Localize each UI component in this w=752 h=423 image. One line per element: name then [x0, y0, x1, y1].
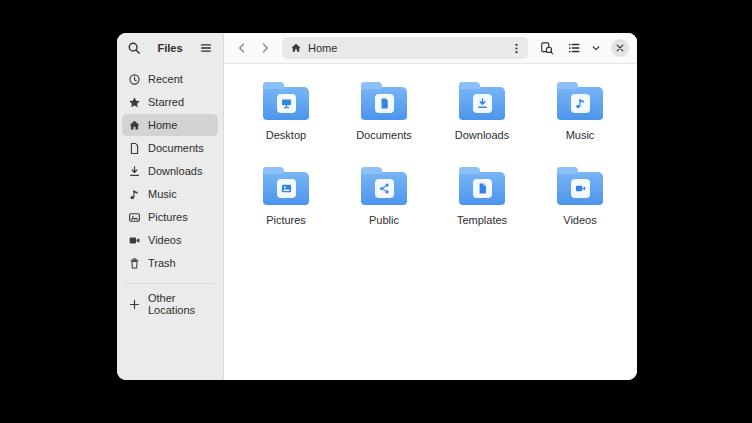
sidebar-list: Recent Starred Home Documents Downloads … [117, 63, 223, 380]
folder-icon [459, 172, 505, 205]
download-icon [128, 165, 141, 178]
chevron-down-icon [591, 43, 601, 53]
close-icon [615, 43, 625, 53]
folder-icon [361, 87, 407, 120]
folder-item-public[interactable]: Public [335, 164, 433, 248]
view-toggle-button[interactable] [562, 37, 586, 59]
back-icon [235, 41, 249, 55]
sidebar-item-videos[interactable]: Videos [122, 229, 218, 251]
back-button[interactable] [232, 38, 252, 58]
folder-name: Music [566, 129, 595, 141]
search-button[interactable] [535, 37, 559, 59]
search-icon[interactable] [126, 41, 141, 56]
sidebar-item-other-locations[interactable]: Other Locations [122, 293, 218, 315]
sidebar-item-label: Documents [148, 142, 204, 154]
main-pane: Home [224, 33, 637, 380]
sidebar-item-documents[interactable]: Documents [122, 137, 218, 159]
sidebar-item-label: Other Locations [148, 292, 212, 316]
folder-icon [361, 172, 407, 205]
folder-name: Public [369, 214, 399, 226]
home-icon [290, 42, 302, 54]
desktop-background: { "window": { "title": "Files" }, "sideb… [0, 0, 752, 423]
sidebar-item-label: Home [148, 119, 177, 131]
folder-icon [263, 87, 309, 120]
folder-item-pictures[interactable]: Pictures [237, 164, 335, 248]
music-emblem-icon [571, 94, 590, 113]
window-close-button[interactable] [611, 39, 629, 57]
folder-item-music[interactable]: Music [531, 79, 629, 163]
sidebar-item-trash[interactable]: Trash [122, 252, 218, 274]
sidebar: Files Recent Starred Home Documents [117, 33, 224, 380]
folder-name: Pictures [266, 214, 306, 226]
music-note-icon [128, 188, 141, 201]
folder-icon [557, 87, 603, 120]
folder-name: Templates [457, 214, 507, 226]
sidebar-item-home[interactable]: Home [122, 114, 218, 136]
sidebar-item-starred[interactable]: Starred [122, 91, 218, 113]
download-emblem-icon [473, 94, 492, 113]
sidebar-item-label: Trash [148, 257, 176, 269]
path-bar[interactable]: Home [282, 37, 528, 59]
app-title: Files [157, 42, 182, 54]
sidebar-header: Files [117, 33, 223, 63]
sidebar-item-downloads[interactable]: Downloads [122, 160, 218, 182]
sidebar-item-label: Music [148, 188, 177, 200]
folder-name: Downloads [455, 129, 509, 141]
document-emblem-icon [375, 94, 394, 113]
folder-icon [557, 172, 603, 205]
folder-name: Videos [563, 214, 596, 226]
folder-name: Documents [356, 129, 412, 141]
headerbar: Home [224, 33, 637, 64]
search-icon [540, 41, 554, 55]
current-location: Home [308, 42, 502, 54]
folder-item-downloads[interactable]: Downloads [433, 79, 531, 163]
folder-name: Desktop [266, 129, 306, 141]
video-icon [128, 234, 141, 247]
picture-icon [128, 211, 141, 224]
sidebar-item-label: Pictures [148, 211, 188, 223]
folder-icon [263, 172, 309, 205]
path-menu-button[interactable] [508, 38, 524, 58]
share-emblem-icon [375, 179, 394, 198]
document-icon [128, 142, 141, 155]
trash-icon [128, 257, 141, 270]
folder-item-documents[interactable]: Documents [335, 79, 433, 163]
video-emblem-icon [571, 179, 590, 198]
plus-icon [128, 298, 141, 311]
sidebar-item-label: Recent [148, 73, 183, 85]
file-browser-area: Desktop Documents [224, 64, 637, 380]
home-icon [128, 119, 141, 132]
forward-icon [258, 41, 272, 55]
folder-item-videos[interactable]: Videos [531, 164, 629, 248]
list-view-icon [567, 41, 581, 55]
sidebar-item-label: Starred [148, 96, 184, 108]
kebab-menu-icon [510, 42, 523, 55]
hamburger-menu-icon[interactable] [199, 41, 214, 56]
sidebar-item-label: Videos [148, 234, 181, 246]
clock-icon [128, 73, 141, 86]
star-icon [128, 96, 141, 109]
folder-item-templates[interactable]: Templates [433, 164, 531, 248]
sidebar-separator [125, 283, 215, 284]
folder-item-desktop[interactable]: Desktop [237, 79, 335, 163]
view-options-dropdown[interactable] [589, 37, 603, 59]
forward-button[interactable] [255, 38, 275, 58]
sidebar-item-pictures[interactable]: Pictures [122, 206, 218, 228]
folder-icon [459, 87, 505, 120]
picture-emblem-icon [277, 179, 296, 198]
sidebar-item-music[interactable]: Music [122, 183, 218, 205]
sidebar-item-recent[interactable]: Recent [122, 68, 218, 90]
folder-grid: Desktop Documents [237, 79, 637, 248]
monitor-emblem-icon [277, 94, 296, 113]
template-emblem-icon [473, 179, 492, 198]
files-window: Files Recent Starred Home Documents [117, 33, 637, 380]
sidebar-item-label: Downloads [148, 165, 202, 177]
